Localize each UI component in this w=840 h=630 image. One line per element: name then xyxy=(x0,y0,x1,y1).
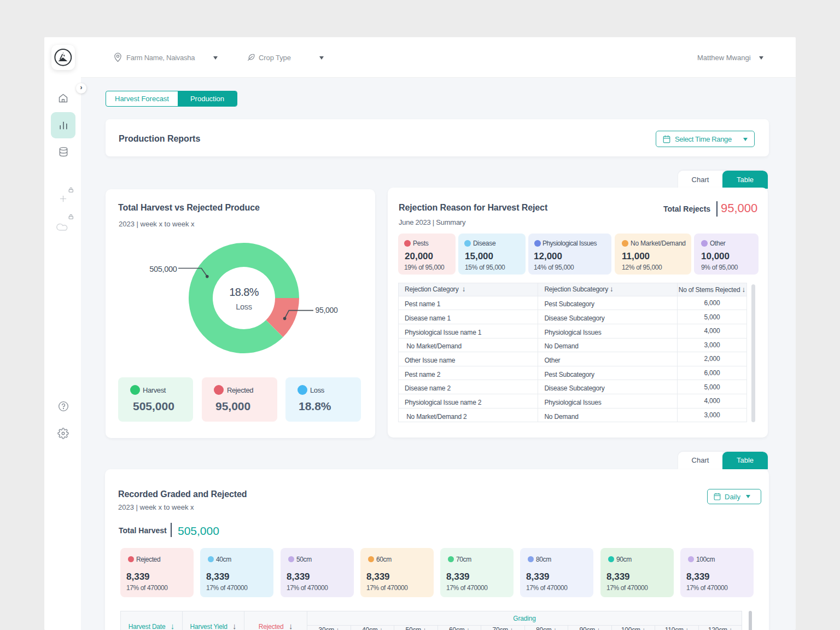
svg-text:505,000: 505,000 xyxy=(149,265,177,273)
svg-text:95,000: 95,000 xyxy=(316,306,339,314)
